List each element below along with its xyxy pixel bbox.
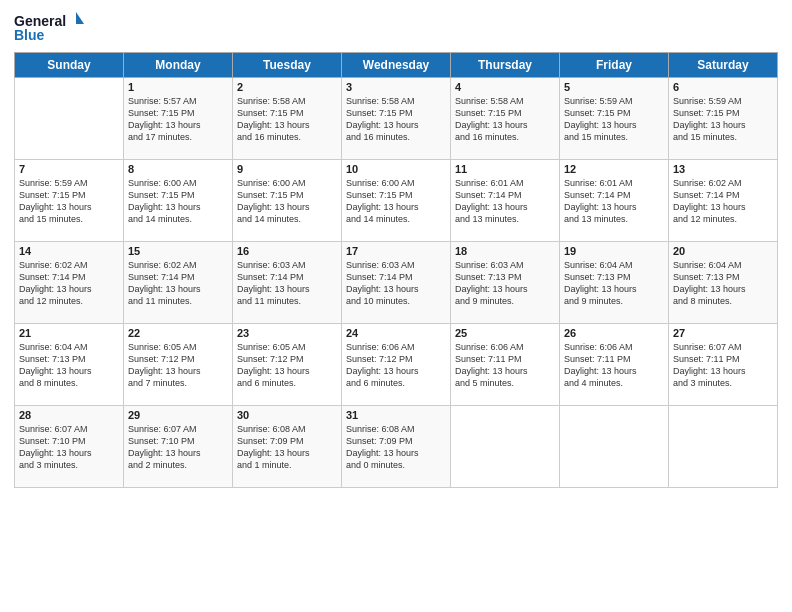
cell-content: Sunrise: 6:02 AM Sunset: 7:14 PM Dayligh… — [128, 259, 228, 308]
calendar-cell: 10Sunrise: 6:00 AM Sunset: 7:15 PM Dayli… — [342, 160, 451, 242]
cell-content: Sunrise: 5:59 AM Sunset: 7:15 PM Dayligh… — [673, 95, 773, 144]
day-number: 4 — [455, 81, 555, 93]
cell-content: Sunrise: 6:03 AM Sunset: 7:14 PM Dayligh… — [346, 259, 446, 308]
day-number: 25 — [455, 327, 555, 339]
calendar-cell: 9Sunrise: 6:00 AM Sunset: 7:15 PM Daylig… — [233, 160, 342, 242]
cell-content: Sunrise: 6:03 AM Sunset: 7:13 PM Dayligh… — [455, 259, 555, 308]
calendar-cell: 22Sunrise: 6:05 AM Sunset: 7:12 PM Dayli… — [124, 324, 233, 406]
calendar-cell: 25Sunrise: 6:06 AM Sunset: 7:11 PM Dayli… — [451, 324, 560, 406]
main-container: General Blue SundayMondayTuesdayWednesda… — [0, 0, 792, 496]
calendar-cell: 18Sunrise: 6:03 AM Sunset: 7:13 PM Dayli… — [451, 242, 560, 324]
calendar-cell — [15, 78, 124, 160]
day-number: 19 — [564, 245, 664, 257]
cell-content: Sunrise: 6:06 AM Sunset: 7:11 PM Dayligh… — [564, 341, 664, 390]
calendar-table: SundayMondayTuesdayWednesdayThursdayFrid… — [14, 52, 778, 488]
day-number: 24 — [346, 327, 446, 339]
cell-content: Sunrise: 6:00 AM Sunset: 7:15 PM Dayligh… — [346, 177, 446, 226]
calendar-cell: 6Sunrise: 5:59 AM Sunset: 7:15 PM Daylig… — [669, 78, 778, 160]
calendar-cell: 19Sunrise: 6:04 AM Sunset: 7:13 PM Dayli… — [560, 242, 669, 324]
day-number: 16 — [237, 245, 337, 257]
calendar-week-2: 7Sunrise: 5:59 AM Sunset: 7:15 PM Daylig… — [15, 160, 778, 242]
calendar-cell — [669, 406, 778, 488]
cell-content: Sunrise: 6:05 AM Sunset: 7:12 PM Dayligh… — [128, 341, 228, 390]
day-number: 7 — [19, 163, 119, 175]
day-number: 30 — [237, 409, 337, 421]
day-number: 3 — [346, 81, 446, 93]
cell-content: Sunrise: 6:01 AM Sunset: 7:14 PM Dayligh… — [564, 177, 664, 226]
day-number: 12 — [564, 163, 664, 175]
day-number: 13 — [673, 163, 773, 175]
logo-svg: General Blue — [14, 10, 84, 46]
day-number: 9 — [237, 163, 337, 175]
cell-content: Sunrise: 6:07 AM Sunset: 7:10 PM Dayligh… — [128, 423, 228, 472]
day-number: 10 — [346, 163, 446, 175]
calendar-cell: 7Sunrise: 5:59 AM Sunset: 7:15 PM Daylig… — [15, 160, 124, 242]
calendar-cell — [451, 406, 560, 488]
logo: General Blue — [14, 10, 84, 46]
weekday-header-saturday: Saturday — [669, 53, 778, 78]
calendar-week-4: 21Sunrise: 6:04 AM Sunset: 7:13 PM Dayli… — [15, 324, 778, 406]
cell-content: Sunrise: 6:01 AM Sunset: 7:14 PM Dayligh… — [455, 177, 555, 226]
cell-content: Sunrise: 6:05 AM Sunset: 7:12 PM Dayligh… — [237, 341, 337, 390]
calendar-cell: 8Sunrise: 6:00 AM Sunset: 7:15 PM Daylig… — [124, 160, 233, 242]
calendar-cell: 16Sunrise: 6:03 AM Sunset: 7:14 PM Dayli… — [233, 242, 342, 324]
calendar-cell: 14Sunrise: 6:02 AM Sunset: 7:14 PM Dayli… — [15, 242, 124, 324]
day-number: 27 — [673, 327, 773, 339]
weekday-header-sunday: Sunday — [15, 53, 124, 78]
calendar-cell: 28Sunrise: 6:07 AM Sunset: 7:10 PM Dayli… — [15, 406, 124, 488]
day-number: 18 — [455, 245, 555, 257]
cell-content: Sunrise: 6:00 AM Sunset: 7:15 PM Dayligh… — [128, 177, 228, 226]
calendar-cell: 2Sunrise: 5:58 AM Sunset: 7:15 PM Daylig… — [233, 78, 342, 160]
cell-content: Sunrise: 6:04 AM Sunset: 7:13 PM Dayligh… — [673, 259, 773, 308]
header: General Blue — [14, 10, 778, 46]
weekday-header-monday: Monday — [124, 53, 233, 78]
day-number: 5 — [564, 81, 664, 93]
calendar-cell: 29Sunrise: 6:07 AM Sunset: 7:10 PM Dayli… — [124, 406, 233, 488]
cell-content: Sunrise: 6:00 AM Sunset: 7:15 PM Dayligh… — [237, 177, 337, 226]
calendar-cell: 27Sunrise: 6:07 AM Sunset: 7:11 PM Dayli… — [669, 324, 778, 406]
calendar-cell: 23Sunrise: 6:05 AM Sunset: 7:12 PM Dayli… — [233, 324, 342, 406]
day-number: 11 — [455, 163, 555, 175]
cell-content: Sunrise: 6:08 AM Sunset: 7:09 PM Dayligh… — [346, 423, 446, 472]
calendar-cell: 15Sunrise: 6:02 AM Sunset: 7:14 PM Dayli… — [124, 242, 233, 324]
calendar-cell: 3Sunrise: 5:58 AM Sunset: 7:15 PM Daylig… — [342, 78, 451, 160]
calendar-cell: 21Sunrise: 6:04 AM Sunset: 7:13 PM Dayli… — [15, 324, 124, 406]
cell-content: Sunrise: 6:08 AM Sunset: 7:09 PM Dayligh… — [237, 423, 337, 472]
calendar-cell: 12Sunrise: 6:01 AM Sunset: 7:14 PM Dayli… — [560, 160, 669, 242]
day-number: 21 — [19, 327, 119, 339]
cell-content: Sunrise: 6:06 AM Sunset: 7:12 PM Dayligh… — [346, 341, 446, 390]
cell-content: Sunrise: 6:04 AM Sunset: 7:13 PM Dayligh… — [19, 341, 119, 390]
svg-marker-2 — [76, 12, 84, 24]
day-number: 26 — [564, 327, 664, 339]
cell-content: Sunrise: 5:57 AM Sunset: 7:15 PM Dayligh… — [128, 95, 228, 144]
calendar-cell: 24Sunrise: 6:06 AM Sunset: 7:12 PM Dayli… — [342, 324, 451, 406]
weekday-header-row: SundayMondayTuesdayWednesdayThursdayFrid… — [15, 53, 778, 78]
calendar-cell — [560, 406, 669, 488]
day-number: 23 — [237, 327, 337, 339]
calendar-week-3: 14Sunrise: 6:02 AM Sunset: 7:14 PM Dayli… — [15, 242, 778, 324]
cell-content: Sunrise: 5:59 AM Sunset: 7:15 PM Dayligh… — [564, 95, 664, 144]
cell-content: Sunrise: 5:58 AM Sunset: 7:15 PM Dayligh… — [237, 95, 337, 144]
weekday-header-thursday: Thursday — [451, 53, 560, 78]
day-number: 2 — [237, 81, 337, 93]
cell-content: Sunrise: 5:59 AM Sunset: 7:15 PM Dayligh… — [19, 177, 119, 226]
calendar-cell: 4Sunrise: 5:58 AM Sunset: 7:15 PM Daylig… — [451, 78, 560, 160]
day-number: 20 — [673, 245, 773, 257]
weekday-header-friday: Friday — [560, 53, 669, 78]
day-number: 15 — [128, 245, 228, 257]
cell-content: Sunrise: 6:02 AM Sunset: 7:14 PM Dayligh… — [673, 177, 773, 226]
day-number: 17 — [346, 245, 446, 257]
cell-content: Sunrise: 6:07 AM Sunset: 7:11 PM Dayligh… — [673, 341, 773, 390]
calendar-cell: 1Sunrise: 5:57 AM Sunset: 7:15 PM Daylig… — [124, 78, 233, 160]
day-number: 29 — [128, 409, 228, 421]
day-number: 22 — [128, 327, 228, 339]
cell-content: Sunrise: 6:03 AM Sunset: 7:14 PM Dayligh… — [237, 259, 337, 308]
cell-content: Sunrise: 6:02 AM Sunset: 7:14 PM Dayligh… — [19, 259, 119, 308]
calendar-cell: 5Sunrise: 5:59 AM Sunset: 7:15 PM Daylig… — [560, 78, 669, 160]
calendar-cell: 30Sunrise: 6:08 AM Sunset: 7:09 PM Dayli… — [233, 406, 342, 488]
cell-content: Sunrise: 5:58 AM Sunset: 7:15 PM Dayligh… — [455, 95, 555, 144]
day-number: 14 — [19, 245, 119, 257]
calendar-cell: 13Sunrise: 6:02 AM Sunset: 7:14 PM Dayli… — [669, 160, 778, 242]
calendar-cell: 31Sunrise: 6:08 AM Sunset: 7:09 PM Dayli… — [342, 406, 451, 488]
day-number: 28 — [19, 409, 119, 421]
